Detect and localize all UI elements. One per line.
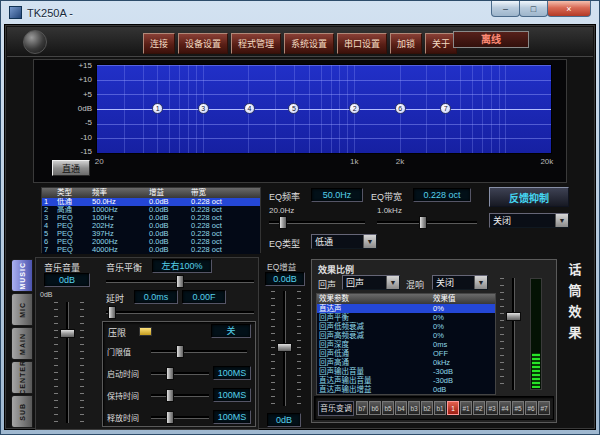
delay-label: 延时: [106, 292, 124, 305]
fader-thumb[interactable]: [60, 329, 75, 338]
menu-button[interactable]: 设备设置: [178, 33, 228, 54]
channel-tab[interactable]: MAIN: [11, 327, 33, 360]
slider-thumb[interactable]: [279, 216, 287, 229]
eq-table-row[interactable]: 2 高通 1000Hz 0.0dB 0.228 oct: [42, 206, 260, 214]
eq-table: 类型 频率 增益 带宽 1 低通 50.0Hz 0.0dB 0.228 oct: [41, 187, 261, 253]
eq-table-row[interactable]: 1 低通 50.0Hz 0.0dB 0.228 oct: [42, 198, 260, 206]
effects-table-row[interactable]: 回声输出音量 -30dB: [317, 367, 495, 376]
eq-table-row[interactable]: 4 PEQ 202Hz 0.0dB 0.228 oct: [42, 222, 260, 230]
effects-panel: 效果比例 回声 回声 ▼ 混响 关闭 ▼ 效果参数 效果值: [311, 259, 557, 423]
slider-thumb[interactable]: [166, 389, 174, 402]
echo-select[interactable]: 回声 ▼: [342, 275, 400, 290]
menu-button[interactable]: 系统设置: [284, 33, 334, 54]
effects-table-row[interactable]: 回声深度 0ms: [317, 340, 495, 349]
music-balance-slider[interactable]: [106, 275, 254, 288]
window-title: TK250A -: [27, 7, 73, 19]
eq-table-row[interactable]: 5 PEQ 397Hz 0.0dB 0.228 oct: [42, 230, 260, 238]
eq-band-marker[interactable]: 4: [244, 103, 255, 114]
compressor-slider[interactable]: [151, 411, 209, 424]
slider-thumb[interactable]: [419, 216, 427, 229]
pitch-button[interactable]: b2: [421, 401, 433, 415]
feedback-mode-select[interactable]: 关闭 ▼: [489, 213, 569, 228]
pitch-button[interactable]: b1: [434, 401, 446, 415]
effects-table-row[interactable]: 直达声 0%: [317, 304, 495, 313]
pitch-button[interactable]: b7: [356, 401, 368, 415]
menu-button[interactable]: 连接: [143, 33, 175, 54]
eq-freq-label: EQ频率: [269, 190, 300, 203]
effects-table-row[interactable]: 回声平衡 0%: [317, 313, 495, 322]
pitch-button[interactable]: #4: [499, 401, 511, 415]
compressor-group: 压限 关 门限值 启动时间 100MS: [102, 321, 256, 427]
eq-type-select[interactable]: 低通 ▼: [311, 234, 377, 249]
y-axis-label: 0dB: [64, 105, 92, 113]
compressor-slider[interactable]: [151, 367, 209, 380]
channel-tab[interactable]: MUSIC: [11, 259, 33, 292]
compressor-toggle[interactable]: [139, 327, 152, 336]
chevron-down-icon: ▼: [555, 214, 568, 227]
eq-controls-section: 类型 频率 增益 带宽 1 低通 50.0Hz 0.0dB 0.228 oct: [33, 187, 567, 255]
mic-effects-panel: 话筒效果: [561, 263, 587, 423]
titlebar[interactable]: TK250A - – □ ×: [1, 1, 599, 24]
pitch-button[interactable]: #7: [538, 401, 550, 415]
channel-tab[interactable]: SUB: [11, 395, 33, 428]
pitch-button[interactable]: b4: [395, 401, 407, 415]
eq-band-marker[interactable]: 6: [395, 103, 406, 114]
eq-freq-slider[interactable]: [269, 216, 365, 229]
menu-button[interactable]: 加锁: [390, 33, 422, 54]
slider-thumb[interactable]: [108, 306, 116, 319]
pitch-button[interactable]: #2: [473, 401, 485, 415]
pitch-button[interactable]: b3: [408, 401, 420, 415]
effects-table-row[interactable]: 回声高频衰减 0%: [317, 331, 495, 340]
eq-band-markers: 1345267: [97, 65, 551, 153]
pitch-button[interactable]: 1: [447, 401, 459, 415]
slider-thumb[interactable]: [176, 345, 184, 358]
eq-bw-slider[interactable]: [377, 216, 477, 229]
close-icon: ×: [566, 4, 571, 14]
effects-table-row[interactable]: 回声低通 OFF: [317, 349, 495, 358]
x-axis-label: 1k: [350, 157, 358, 167]
effects-table-row[interactable]: 直达声输出增益 0dB: [317, 385, 495, 394]
menu-button[interactable]: 程式管理: [231, 33, 281, 54]
app-icon[interactable]: [9, 6, 22, 19]
effects-table-row[interactable]: 回声高通 0kHz: [317, 358, 495, 367]
channel-tab[interactable]: CENTER: [11, 361, 33, 394]
eq-gain-fader[interactable]: [277, 291, 292, 406]
pitch-button[interactable]: b6: [369, 401, 381, 415]
compressor-slider[interactable]: [151, 389, 209, 402]
eq-table-row[interactable]: 6 PEQ 2000Hz 0.0dB 0.228 oct: [42, 238, 260, 246]
eq-table-row[interactable]: 7 PEQ 4000Hz 0.0dB 0.228 oct: [42, 246, 260, 254]
channel-tab[interactable]: MIC: [11, 293, 33, 326]
eq-band-marker[interactable]: 3: [198, 103, 209, 114]
pitch-button[interactable]: #3: [486, 401, 498, 415]
pitch-button[interactable]: b5: [382, 401, 394, 415]
eq-band-marker[interactable]: 7: [440, 103, 451, 114]
app-window: TK250A - – □ × 连接设备设置程式管理系统设置串口设置加锁关于 离线…: [0, 0, 600, 435]
slider-thumb[interactable]: [166, 411, 174, 424]
eq-band-marker[interactable]: 1: [152, 103, 163, 114]
eq-table-row[interactable]: 3 PEQ 100Hz 0.0dB 0.228 oct: [42, 214, 260, 222]
bypass-button[interactable]: 直通: [52, 160, 90, 176]
minimize-button[interactable]: –: [491, 1, 520, 17]
pitch-button[interactable]: #5: [512, 401, 524, 415]
delay-slider[interactable]: [106, 306, 254, 319]
slider-thumb[interactable]: [176, 275, 184, 288]
eq-band-marker[interactable]: 5: [288, 103, 299, 114]
reverb-select[interactable]: 关闭 ▼: [432, 275, 488, 290]
music-volume-fader[interactable]: [60, 302, 75, 423]
eq-band-marker[interactable]: 2: [349, 103, 360, 114]
maximize-button[interactable]: □: [519, 1, 548, 17]
feedback-suppress-button[interactable]: 反馈抑制: [489, 187, 569, 207]
slider-thumb[interactable]: [166, 367, 174, 380]
compressor-rows: 门限值 启动时间 100MS 保持时间 100MS: [103, 340, 255, 428]
effects-table-row[interactable]: 直达声输出音量 -30dB: [317, 376, 495, 385]
eq-gain-column: EQ增益 0.0dB 0dB: [263, 257, 307, 430]
pitch-button[interactable]: #6: [525, 401, 537, 415]
compressor-slider[interactable]: [151, 345, 247, 358]
fader-thumb[interactable]: [277, 343, 292, 352]
effects-table-row[interactable]: 回声低频衰减 0%: [317, 322, 495, 331]
pitch-button[interactable]: #1: [460, 401, 472, 415]
close-button[interactable]: ×: [547, 1, 591, 17]
fader-thumb[interactable]: [506, 312, 521, 321]
effect-level-fader[interactable]: [506, 278, 521, 390]
menu-button[interactable]: 串口设置: [337, 33, 387, 54]
